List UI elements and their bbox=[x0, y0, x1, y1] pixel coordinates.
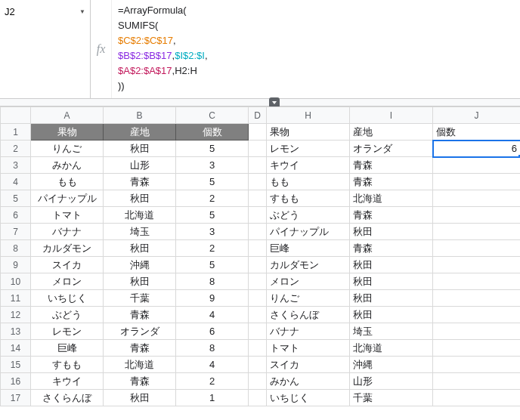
row-header-5[interactable]: 5 bbox=[1, 190, 31, 207]
cell-A17[interactable]: さくらんぼ bbox=[31, 390, 104, 406]
col-header-A[interactable]: A bbox=[31, 107, 104, 124]
cell-B4[interactable]: 青森 bbox=[104, 174, 176, 190]
cell-J15[interactable] bbox=[433, 357, 521, 373]
cell-C5[interactable]: 2 bbox=[176, 190, 249, 207]
cell-I14[interactable]: 北海道 bbox=[350, 340, 433, 357]
cell-H16[interactable]: みかん bbox=[267, 373, 350, 390]
cell-J3[interactable] bbox=[433, 157, 521, 174]
cell-J8[interactable] bbox=[433, 240, 521, 257]
cell-J2-selected[interactable]: 6 bbox=[433, 141, 521, 157]
cell-H9[interactable]: カルダモン bbox=[267, 257, 350, 273]
cell-H13[interactable]: バナナ bbox=[267, 323, 350, 340]
cell-D8[interactable] bbox=[249, 240, 267, 257]
cell-D5[interactable] bbox=[249, 190, 267, 207]
cell-C17[interactable]: 1 bbox=[176, 390, 249, 406]
cell-I4[interactable]: 青森 bbox=[350, 174, 433, 190]
cell-A8[interactable]: カルダモン bbox=[31, 240, 104, 257]
row-header-11[interactable]: 11 bbox=[1, 290, 31, 307]
cell-A3[interactable]: みかん bbox=[31, 157, 104, 174]
cell-B2[interactable]: 秋田 bbox=[104, 141, 176, 157]
row-header-2[interactable]: 2 bbox=[1, 141, 31, 157]
cell-A9[interactable]: スイカ bbox=[31, 257, 104, 273]
cell-D1[interactable] bbox=[249, 124, 267, 141]
cell-A6[interactable]: トマト bbox=[31, 207, 104, 224]
cell-I11[interactable]: 秋田 bbox=[350, 290, 433, 307]
cell-C8[interactable]: 2 bbox=[176, 240, 249, 257]
spreadsheet-grid[interactable]: A B C D H I J 1果物産地個数果物産地個数2りんご秋田5レモンオラン… bbox=[0, 107, 520, 406]
cell-C1[interactable]: 個数 bbox=[176, 124, 249, 141]
cell-B17[interactable]: 秋田 bbox=[104, 390, 176, 406]
cell-C6[interactable]: 5 bbox=[176, 207, 249, 224]
cell-A1[interactable]: 果物 bbox=[31, 124, 104, 141]
cell-B9[interactable]: 沖縄 bbox=[104, 257, 176, 273]
cell-H3[interactable]: キウイ bbox=[267, 157, 350, 174]
cell-A4[interactable]: もも bbox=[31, 174, 104, 190]
cell-B10[interactable]: 秋田 bbox=[104, 273, 176, 290]
cell-C4[interactable]: 5 bbox=[176, 174, 249, 190]
cell-A7[interactable]: バナナ bbox=[31, 224, 104, 240]
cell-I3[interactable]: 青森 bbox=[350, 157, 433, 174]
cell-B8[interactable]: 秋田 bbox=[104, 240, 176, 257]
col-header-I[interactable]: I bbox=[350, 107, 433, 124]
cell-C13[interactable]: 6 bbox=[176, 323, 249, 340]
row-header-1[interactable]: 1 bbox=[1, 124, 31, 141]
cell-C9[interactable]: 5 bbox=[176, 257, 249, 273]
cell-A13[interactable]: レモン bbox=[31, 323, 104, 340]
cell-I8[interactable]: 青森 bbox=[350, 240, 433, 257]
cell-A5[interactable]: パイナップル bbox=[31, 190, 104, 207]
row-header-9[interactable]: 9 bbox=[1, 257, 31, 273]
cell-D12[interactable] bbox=[249, 307, 267, 323]
cell-J7[interactable] bbox=[433, 224, 521, 240]
cell-H2[interactable]: レモン bbox=[267, 141, 350, 157]
row-header-15[interactable]: 15 bbox=[1, 357, 31, 373]
cell-I13[interactable]: 埼玉 bbox=[350, 323, 433, 340]
row-header-8[interactable]: 8 bbox=[1, 240, 31, 257]
cell-H6[interactable]: ぶどう bbox=[267, 207, 350, 224]
name-box[interactable]: J2 bbox=[5, 6, 15, 17]
row-header-17[interactable]: 17 bbox=[1, 390, 31, 406]
cell-B15[interactable]: 北海道 bbox=[104, 357, 176, 373]
cell-J6[interactable] bbox=[433, 207, 521, 224]
cell-D4[interactable] bbox=[249, 174, 267, 190]
cell-D10[interactable] bbox=[249, 273, 267, 290]
cell-B14[interactable]: 青森 bbox=[104, 340, 176, 357]
cell-I1[interactable]: 産地 bbox=[350, 124, 433, 141]
cell-C11[interactable]: 9 bbox=[176, 290, 249, 307]
cell-I2[interactable]: オランダ bbox=[350, 141, 433, 157]
cell-C16[interactable]: 2 bbox=[176, 373, 249, 390]
cell-I17[interactable]: 千葉 bbox=[350, 390, 433, 406]
cell-I5[interactable]: 北海道 bbox=[350, 190, 433, 207]
cell-I12[interactable]: 秋田 bbox=[350, 307, 433, 323]
cell-D15[interactable] bbox=[249, 357, 267, 373]
cell-D11[interactable] bbox=[249, 290, 267, 307]
cell-H4[interactable]: もも bbox=[267, 174, 350, 190]
row-header-13[interactable]: 13 bbox=[1, 323, 31, 340]
row-header-12[interactable]: 12 bbox=[1, 307, 31, 323]
row-header-7[interactable]: 7 bbox=[1, 224, 31, 240]
formula-editor[interactable]: =ArrayFormula( SUMIFS( $C$2:$C$17, $B$2:… bbox=[112, 0, 214, 98]
cell-B1[interactable]: 産地 bbox=[104, 124, 176, 141]
cell-A2[interactable]: りんご bbox=[31, 141, 104, 157]
cell-A15[interactable]: すもも bbox=[31, 357, 104, 373]
cell-J17[interactable] bbox=[433, 390, 521, 406]
cell-C10[interactable]: 8 bbox=[176, 273, 249, 290]
cell-C2[interactable]: 5 bbox=[176, 141, 249, 157]
name-box-dropdown-icon[interactable]: ▼ bbox=[79, 8, 85, 15]
cell-J11[interactable] bbox=[433, 290, 521, 307]
cell-D6[interactable] bbox=[249, 207, 267, 224]
cell-H7[interactable]: パイナップル bbox=[267, 224, 350, 240]
cell-J12[interactable] bbox=[433, 307, 521, 323]
cell-A16[interactable]: キウイ bbox=[31, 373, 104, 390]
cell-B16[interactable]: 青森 bbox=[104, 373, 176, 390]
cell-I16[interactable]: 山形 bbox=[350, 373, 433, 390]
cell-J14[interactable] bbox=[433, 340, 521, 357]
cell-B6[interactable]: 北海道 bbox=[104, 207, 176, 224]
col-header-C[interactable]: C bbox=[176, 107, 249, 124]
cell-J4[interactable] bbox=[433, 174, 521, 190]
col-header-J[interactable]: J bbox=[433, 107, 521, 124]
row-header-3[interactable]: 3 bbox=[1, 157, 31, 174]
cell-J9[interactable] bbox=[433, 257, 521, 273]
cell-B7[interactable]: 埼玉 bbox=[104, 224, 176, 240]
cell-C7[interactable]: 3 bbox=[176, 224, 249, 240]
cell-B11[interactable]: 千葉 bbox=[104, 290, 176, 307]
